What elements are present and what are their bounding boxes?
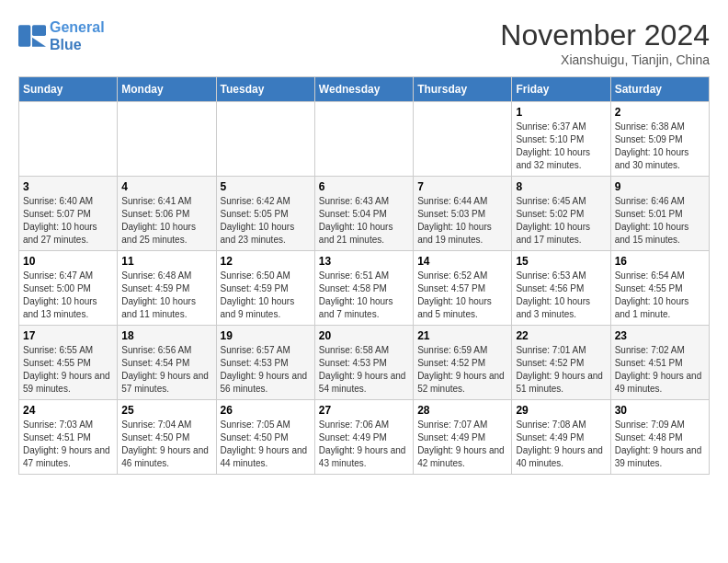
day-number: 27: [319, 404, 409, 417]
weekday-header-tuesday: Tuesday: [216, 77, 314, 102]
calendar-cell: 22Sunrise: 7:01 AM Sunset: 4:52 PM Dayli…: [512, 326, 610, 400]
day-info: Sunrise: 6:52 AM Sunset: 4:57 PM Dayligh…: [417, 270, 507, 321]
calendar-cell: 19Sunrise: 6:57 AM Sunset: 4:53 PM Dayli…: [216, 326, 314, 400]
day-info: Sunrise: 7:09 AM Sunset: 4:48 PM Dayligh…: [615, 419, 705, 470]
page-header: General Blue November 2024 Xianshuigu, T…: [18, 18, 710, 67]
day-number: 18: [121, 329, 211, 342]
day-number: 6: [319, 180, 409, 193]
day-info: Sunrise: 6:55 AM Sunset: 4:55 PM Dayligh…: [23, 344, 113, 396]
calendar-cell: 2Sunrise: 6:38 AM Sunset: 5:09 PM Daylig…: [610, 102, 709, 177]
calendar-cell: 15Sunrise: 6:53 AM Sunset: 4:56 PM Dayli…: [512, 251, 610, 326]
weekday-header-row: SundayMondayTuesdayWednesdayThursdayFrid…: [19, 77, 710, 102]
calendar-cell: 6Sunrise: 6:43 AM Sunset: 5:04 PM Daylig…: [314, 177, 413, 251]
calendar-cell: 12Sunrise: 6:50 AM Sunset: 4:59 PM Dayli…: [216, 251, 314, 326]
day-info: Sunrise: 6:38 AM Sunset: 5:09 PM Dayligh…: [615, 121, 705, 172]
day-info: Sunrise: 6:43 AM Sunset: 5:04 PM Dayligh…: [319, 195, 409, 247]
calendar-cell: 7Sunrise: 6:44 AM Sunset: 5:03 PM Daylig…: [414, 177, 512, 251]
day-number: 23: [615, 329, 705, 342]
weekday-header-friday: Friday: [512, 77, 610, 102]
day-number: 28: [417, 404, 507, 417]
day-number: 4: [121, 180, 211, 193]
logo-line2: Blue: [50, 37, 82, 52]
day-info: Sunrise: 7:04 AM Sunset: 4:50 PM Dayligh…: [121, 419, 211, 470]
calendar-cell: 27Sunrise: 7:06 AM Sunset: 4:49 PM Dayli…: [314, 400, 413, 475]
calendar-cell: 21Sunrise: 6:59 AM Sunset: 4:52 PM Dayli…: [414, 326, 512, 400]
calendar-cell: [19, 102, 118, 177]
day-info: Sunrise: 6:46 AM Sunset: 5:01 PM Dayligh…: [615, 195, 705, 247]
calendar-cell: 1Sunrise: 6:37 AM Sunset: 5:10 PM Daylig…: [512, 102, 610, 177]
day-info: Sunrise: 7:03 AM Sunset: 4:51 PM Dayligh…: [23, 419, 113, 470]
calendar-week-row: 3Sunrise: 6:40 AM Sunset: 5:07 PM Daylig…: [19, 177, 710, 251]
title-block: November 2024 Xianshuigu, Tianjin, China: [500, 18, 710, 67]
calendar-cell: 18Sunrise: 6:56 AM Sunset: 4:54 PM Dayli…: [118, 326, 216, 400]
month-title: November 2024: [500, 18, 710, 52]
day-number: 30: [615, 404, 705, 417]
calendar-cell: 4Sunrise: 6:41 AM Sunset: 5:06 PM Daylig…: [118, 177, 216, 251]
day-info: Sunrise: 6:58 AM Sunset: 4:53 PM Dayligh…: [319, 344, 409, 396]
day-number: 12: [221, 255, 311, 268]
day-number: 20: [319, 329, 409, 342]
day-info: Sunrise: 7:05 AM Sunset: 4:50 PM Dayligh…: [221, 419, 311, 470]
calendar-cell: 26Sunrise: 7:05 AM Sunset: 4:50 PM Dayli…: [216, 400, 314, 475]
day-info: Sunrise: 6:50 AM Sunset: 4:59 PM Dayligh…: [221, 270, 311, 321]
calendar-cell: 30Sunrise: 7:09 AM Sunset: 4:48 PM Dayli…: [610, 400, 709, 475]
day-number: 11: [121, 255, 211, 268]
weekday-header-wednesday: Wednesday: [314, 77, 413, 102]
day-number: 15: [516, 255, 606, 268]
calendar-cell: 20Sunrise: 6:58 AM Sunset: 4:53 PM Dayli…: [314, 326, 413, 400]
weekday-header-monday: Monday: [118, 77, 216, 102]
calendar-cell: [216, 102, 314, 177]
calendar-cell: 3Sunrise: 6:40 AM Sunset: 5:07 PM Daylig…: [19, 177, 118, 251]
day-number: 24: [23, 404, 113, 417]
logo: General Blue: [18, 18, 105, 53]
calendar-cell: 9Sunrise: 6:46 AM Sunset: 5:01 PM Daylig…: [610, 177, 709, 251]
svg-rect-1: [32, 26, 46, 37]
calendar-cell: 16Sunrise: 6:54 AM Sunset: 4:55 PM Dayli…: [610, 251, 709, 326]
day-number: 9: [615, 180, 705, 193]
day-number: 16: [615, 255, 705, 268]
day-info: Sunrise: 7:02 AM Sunset: 4:51 PM Dayligh…: [615, 344, 705, 396]
day-info: Sunrise: 6:37 AM Sunset: 5:10 PM Dayligh…: [516, 121, 606, 172]
day-number: 25: [121, 404, 211, 417]
calendar-cell: 10Sunrise: 6:47 AM Sunset: 5:00 PM Dayli…: [19, 251, 118, 326]
day-info: Sunrise: 6:42 AM Sunset: 5:05 PM Dayligh…: [221, 195, 311, 247]
day-number: 1: [516, 106, 606, 119]
day-info: Sunrise: 7:01 AM Sunset: 4:52 PM Dayligh…: [516, 344, 606, 396]
calendar-cell: 8Sunrise: 6:45 AM Sunset: 5:02 PM Daylig…: [512, 177, 610, 251]
day-number: 2: [615, 106, 705, 119]
day-info: Sunrise: 6:59 AM Sunset: 4:52 PM Dayligh…: [417, 344, 507, 396]
day-info: Sunrise: 6:48 AM Sunset: 4:59 PM Dayligh…: [121, 270, 211, 321]
day-number: 22: [516, 329, 606, 342]
calendar-cell: 13Sunrise: 6:51 AM Sunset: 4:58 PM Dayli…: [314, 251, 413, 326]
day-number: 21: [417, 329, 507, 342]
calendar-cell: 28Sunrise: 7:07 AM Sunset: 4:49 PM Dayli…: [414, 400, 512, 475]
calendar-cell: 23Sunrise: 7:02 AM Sunset: 4:51 PM Dayli…: [610, 326, 709, 400]
calendar-cell: 25Sunrise: 7:04 AM Sunset: 4:50 PM Dayli…: [118, 400, 216, 475]
calendar-week-row: 1Sunrise: 6:37 AM Sunset: 5:10 PM Daylig…: [19, 102, 710, 177]
day-number: 13: [319, 255, 409, 268]
calendar-cell: 17Sunrise: 6:55 AM Sunset: 4:55 PM Dayli…: [19, 326, 118, 400]
day-number: 29: [516, 404, 606, 417]
day-number: 7: [417, 180, 507, 193]
calendar-cell: 5Sunrise: 6:42 AM Sunset: 5:05 PM Daylig…: [216, 177, 314, 251]
location: Xianshuigu, Tianjin, China: [500, 52, 710, 67]
day-info: Sunrise: 6:51 AM Sunset: 4:58 PM Dayligh…: [319, 270, 409, 321]
calendar-cell: 24Sunrise: 7:03 AM Sunset: 4:51 PM Dayli…: [19, 400, 118, 475]
calendar-week-row: 17Sunrise: 6:55 AM Sunset: 4:55 PM Dayli…: [19, 326, 710, 400]
day-number: 8: [516, 180, 606, 193]
day-info: Sunrise: 7:06 AM Sunset: 4:49 PM Dayligh…: [319, 419, 409, 470]
day-number: 19: [221, 329, 311, 342]
day-number: 3: [23, 180, 113, 193]
day-number: 17: [23, 329, 113, 342]
calendar-cell: [118, 102, 216, 177]
day-info: Sunrise: 6:41 AM Sunset: 5:06 PM Dayligh…: [121, 195, 211, 247]
day-info: Sunrise: 6:56 AM Sunset: 4:54 PM Dayligh…: [121, 344, 211, 396]
calendar-week-row: 10Sunrise: 6:47 AM Sunset: 5:00 PM Dayli…: [19, 251, 710, 326]
day-info: Sunrise: 6:47 AM Sunset: 5:00 PM Dayligh…: [23, 270, 113, 321]
calendar-week-row: 24Sunrise: 7:03 AM Sunset: 4:51 PM Dayli…: [19, 400, 710, 475]
day-info: Sunrise: 6:54 AM Sunset: 4:55 PM Dayligh…: [615, 270, 705, 321]
day-info: Sunrise: 6:44 AM Sunset: 5:03 PM Dayligh…: [417, 195, 507, 247]
weekday-header-thursday: Thursday: [414, 77, 512, 102]
calendar: SundayMondayTuesdayWednesdayThursdayFrid…: [18, 76, 710, 475]
calendar-cell: 29Sunrise: 7:08 AM Sunset: 4:49 PM Dayli…: [512, 400, 610, 475]
